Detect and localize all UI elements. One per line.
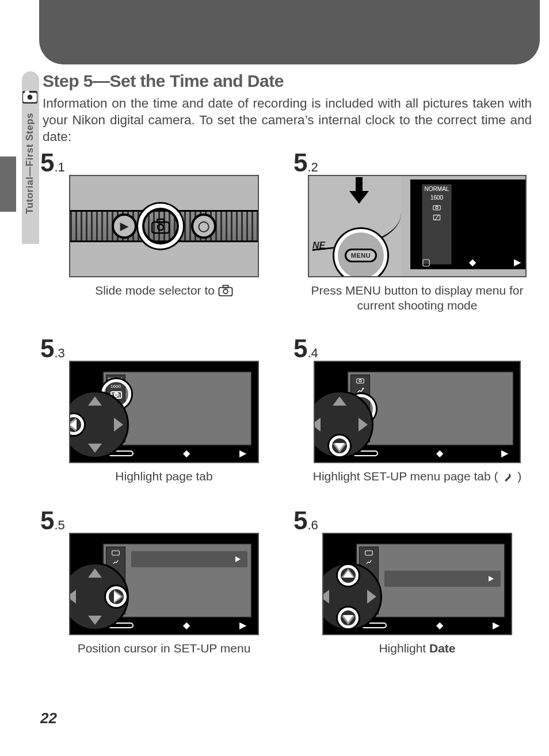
svg-marker-27	[489, 576, 494, 582]
side-tab-marker	[0, 156, 16, 212]
svg-rect-5	[157, 219, 164, 223]
page: Tutorial—First Steps Step 5—Set the Time…	[0, 0, 549, 756]
intro-paragraph: Information on the time and date of reco…	[43, 96, 532, 145]
dpad-icon	[322, 563, 382, 631]
menu-button-highlight: MENU	[334, 229, 387, 277]
svg-point-4	[158, 224, 163, 230]
step-caption: Press MENU button to display menu for cu…	[293, 283, 541, 314]
svg-point-7	[223, 289, 228, 294]
step-5-3: 5.3 NORM. 1600 ◆▶	[40, 334, 288, 486]
steps-grid: 5.1 ▶ ◯ Slide mode selector to	[40, 148, 541, 656]
menu-button-label: MENU	[345, 249, 377, 262]
step-5-2: 5.2 NE MENU NORMAL 1600	[293, 148, 541, 314]
page-heading: Step 5—Set the Time and Date	[43, 71, 284, 91]
step-5-5: 5.5 ◆▶	[40, 506, 288, 656]
header-dark-block	[39, 0, 540, 64]
camera-screen: NORMAL 1600 ▢◆▶	[410, 180, 525, 269]
dpad-icon	[69, 391, 129, 459]
step-number: 5.6	[293, 506, 541, 535]
dpad-icon	[69, 563, 129, 631]
dpad-icon	[314, 391, 373, 459]
camera-icon	[218, 285, 233, 300]
svg-point-1	[28, 95, 33, 100]
illus-press-menu: NE MENU NORMAL 1600	[308, 175, 527, 277]
menu-item-date	[384, 571, 501, 587]
step-number: 5.2	[293, 148, 541, 177]
svg-marker-10	[349, 191, 369, 204]
tutorial-badge-icon	[22, 91, 37, 104]
wrench-icon	[501, 471, 514, 486]
svg-point-21	[359, 379, 361, 381]
step-caption: Slide mode selector to	[40, 283, 288, 300]
arrow-down-icon	[349, 177, 369, 204]
side-tab-label: Tutorial—First Steps	[24, 113, 36, 214]
illus-highlight-page-tab: NORM. 1600 ◆▶	[69, 361, 259, 463]
step-5-6: 5.6 ◆▶	[293, 506, 541, 656]
menu-item	[131, 551, 247, 567]
svg-rect-9	[356, 177, 363, 191]
step-5-1: 5.1 ▶ ◯ Slide mode selector to	[40, 148, 288, 314]
step-caption: Highlight page tab	[40, 469, 288, 484]
step-number: 5.1	[40, 148, 288, 177]
page-number: 22	[40, 709, 57, 727]
illus-slide-mode-selector: ▶ ◯	[69, 175, 259, 277]
svg-point-12	[436, 207, 438, 209]
svg-rect-24	[112, 551, 120, 555]
svg-rect-8	[223, 285, 228, 288]
illus-highlight-setup-tab: ◆▶	[314, 361, 521, 463]
illus-highlight-date: ◆▶	[322, 533, 512, 635]
svg-rect-26	[365, 551, 373, 555]
step-number: 5.5	[40, 506, 288, 535]
svg-rect-2	[25, 91, 29, 93]
step-caption: Highlight SET-UP menu page tab ( )	[293, 469, 541, 486]
svg-line-14	[435, 215, 439, 220]
step-number: 5.3	[40, 334, 288, 363]
step-number: 5.4	[293, 334, 541, 363]
svg-point-22	[363, 388, 364, 390]
step-caption: Highlight Date	[293, 641, 541, 656]
illus-position-cursor: ◆▶	[69, 533, 259, 635]
mode-selector-camera-icon	[138, 204, 183, 249]
step-caption: Position cursor in SET-UP menu	[40, 641, 288, 656]
step-5-4: 5.4 ◆▶	[293, 334, 541, 486]
svg-marker-25	[235, 556, 241, 562]
